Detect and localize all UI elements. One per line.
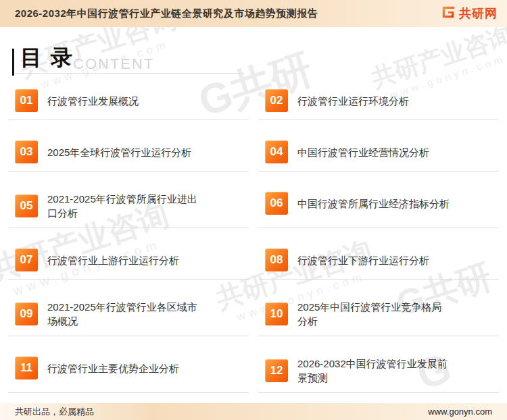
toc-item-number-badge: 07 [15, 248, 38, 271]
toc-item-number-badge: 03 [15, 140, 38, 163]
toc-title: 目 录 [20, 43, 74, 73]
toc-item-row: 09 2021-2025年行波管行业各区域市场概况 [8, 300, 249, 328]
toc-item-row: 04 中国行波管行业经营情况分析 [258, 140, 499, 163]
toc-item-number-badge: 04 [265, 140, 288, 163]
toc-item-number-badge: 09 [15, 303, 38, 325]
toc-item-01: 01 行波管行业发展概况 [8, 89, 249, 120]
toc-item-label: 2021-2025年行波管所属行业进出口分析 [47, 192, 201, 220]
toc-item-row: 01 行波管行业发展概况 [8, 89, 249, 112]
toc-item-label: 行波管行业上游行业运行分析 [47, 253, 179, 267]
toc-item-03: 03 2025年全球行波管行业运行分析 [8, 140, 249, 172]
toc-subtitle: CONTENT [73, 55, 154, 73]
brand-logo-text: 共研网 [459, 5, 498, 22]
toc-item-row: 12 2026-2032中国行波管行业发展前景预测 [258, 357, 499, 385]
toc-item-07: 07 行波管行业上游行业运行分析 [8, 248, 249, 280]
toc-item-label: 中国行波管所属行业经济指标分析 [297, 196, 450, 211]
toc-item-label: 2021-2025年行波管行业各区域市场概况 [47, 300, 201, 328]
toc-item-number-badge: 10 [265, 303, 288, 325]
toc-list: 01 行波管行业发展概况 02 行波管行业运行环境分析 03 2025年全球行波… [8, 89, 499, 393]
toc-item-number-badge: 11 [15, 357, 38, 379]
toc-item-row: 05 2021-2025年行波管所属行业进出口分析 [8, 192, 249, 220]
toc-item-number-badge: 01 [15, 89, 38, 112]
footer-url[interactable]: www.gonyn.com [428, 406, 492, 417]
toc-item-label: 行波管行业下游行业运行分析 [297, 253, 429, 267]
toc-item-02: 02 行波管行业运行环境分析 [258, 89, 499, 120]
toc-item-number-badge: 08 [265, 248, 288, 271]
toc-item-04: 04 中国行波管行业经营情况分析 [258, 140, 499, 172]
toc-item-06: 06 中国行波管所属行业经济指标分析 [258, 192, 499, 228]
page-footer: 共研出品，必属精品 www.gonyn.com [0, 403, 507, 420]
report-header: 2026-2032年中国行波管行业产业链全景研究及市场趋势预测报告 共研网 [0, 0, 507, 27]
toc-item-label: 2025年中国行波管行业竞争格局分析 [297, 300, 452, 328]
report-title: 2026-2032年中国行波管行业产业链全景研究及市场趋势预测报告 [15, 7, 318, 20]
toc-item-label: 中国行波管行业经营情况分析 [297, 145, 429, 159]
g-logo-icon [441, 5, 456, 22]
toc-item-number-badge: 12 [265, 359, 288, 382]
toc-item-number-badge: 05 [15, 194, 38, 217]
toc-item-09: 09 2021-2025年行波管行业各区域市场概况 [8, 300, 249, 336]
toc-item-row: 02 行波管行业运行环境分析 [258, 89, 499, 112]
toc-item-label: 行波管行业运行环境分析 [297, 94, 409, 108]
toc-item-row: 07 行波管行业上游行业运行分析 [8, 248, 249, 271]
toc-title-divider [15, 73, 245, 74]
toc-title-accent-bar [12, 49, 14, 76]
toc-item-row: 08 行波管行业下游行业运行分析 [258, 248, 499, 271]
brand-logo: 共研网 [441, 5, 498, 22]
toc-item-number-badge: 06 [265, 192, 288, 215]
toc-item-label: 行波管行业发展概况 [47, 94, 139, 108]
toc-item-row: 06 中国行波管所属行业经济指标分析 [258, 192, 499, 215]
toc-item-row: 03 2025年全球行波管行业运行分析 [8, 140, 249, 163]
toc-item-10: 10 2025年中国行波管行业竞争格局分析 [258, 300, 499, 336]
toc-item-number-badge: 02 [265, 89, 288, 112]
footer-slogan: 共研出品，必属精品 [15, 406, 94, 418]
toc-item-row: 10 2025年中国行波管行业竞争格局分析 [258, 300, 499, 328]
toc-item-label: 2025年全球行波管行业运行分析 [47, 145, 191, 159]
watermark-text: 共研产业咨询 [368, 21, 507, 93]
toc-item-12: 12 2026-2032中国行波管行业发展前景预测 [258, 357, 499, 393]
toc-item-11: 11 行波管行业主要优势企业分析 [8, 357, 249, 393]
toc-item-05: 05 2021-2025年行波管所属行业进出口分析 [8, 192, 249, 228]
toc-item-row: 11 行波管行业主要优势企业分析 [8, 357, 249, 379]
toc-item-label: 2026-2032中国行波管行业发展前景预测 [297, 357, 452, 385]
toc-item-08: 08 行波管行业下游行业运行分析 [258, 248, 499, 280]
toc-item-label: 行波管行业主要优势企业分析 [47, 361, 179, 375]
